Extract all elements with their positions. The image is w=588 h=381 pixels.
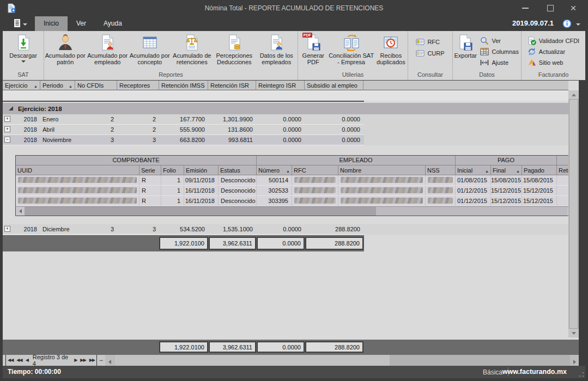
tiempo-label: Tiempo: 00:00:00 <box>8 368 61 376</box>
subcolumn-folio[interactable]: Folio <box>161 165 184 175</box>
minimize-button[interactable] <box>517 0 534 16</box>
cell-periodo: Abril <box>40 125 75 134</box>
row-collapse-button[interactable]: − <box>4 137 10 143</box>
table-row-enero[interactable]: +2018 Enero 2 2 167.7700 1,301.9900 0.00… <box>3 114 364 125</box>
subcolumn-nombre[interactable]: Nombre <box>338 165 426 175</box>
table-row-noviembre[interactable]: −2018 Noviembre 3 3 663.8200 993.6811 0.… <box>3 135 364 145</box>
ajuste-button[interactable]: Ajuste <box>478 58 521 67</box>
subcolumn-emision[interactable]: Emisión <box>184 165 219 175</box>
group-caption-datos: Datos <box>453 71 521 80</box>
cell-periodo: Enero <box>40 114 75 124</box>
info-icon[interactable] <box>562 19 572 28</box>
last-record-button[interactable] <box>88 355 97 366</box>
subcolumn-inicial[interactable]: Inicial <box>456 165 491 175</box>
cell-retencion-imss: 663.8200 <box>159 135 208 145</box>
column-header-ejercicio[interactable]: Ejercicio <box>3 81 40 90</box>
column-header-receptores[interactable]: Receptores <box>117 81 159 90</box>
acumulado-por-concepto-button[interactable]: Acumulado por concepto <box>129 33 171 65</box>
column-header-no-cfdis[interactable]: No CFDIs <box>75 81 117 90</box>
row-expand-button[interactable]: + <box>4 126 10 132</box>
vertical-scrollbar[interactable] <box>568 90 579 337</box>
tab-ayuda[interactable]: Ayuda <box>95 16 131 31</box>
scroll-down-button[interactable] <box>568 329 579 337</box>
group-row-ejercicio-2018[interactable]: Ejercicio: 2018 <box>3 103 568 114</box>
cell-final: 15/12/2015 <box>491 186 522 195</box>
tab-ver[interactable]: Ver <box>68 16 95 31</box>
first-record-button[interactable] <box>5 355 15 366</box>
rfc-button[interactable]: RFC <box>414 37 446 46</box>
row-expand-button[interactable]: + <box>4 226 10 232</box>
row-expand-button[interactable]: + <box>4 116 10 122</box>
website-link[interactable]: www.facturando.mx <box>502 368 567 376</box>
column-header-retencion-imss[interactable]: Retención IMSS <box>159 81 208 90</box>
close-button[interactable] <box>565 0 581 16</box>
collapse-navigator-button[interactable]: − <box>97 357 105 364</box>
subcolumn-rfc[interactable]: RFC <box>292 165 338 175</box>
tab-inicio[interactable]: Inicio <box>35 16 68 31</box>
scrollbar-thumb[interactable] <box>569 99 578 329</box>
subcolumn-uuid[interactable]: UUID <box>16 165 140 175</box>
ribbon-group-datos: Exportar Ver Columnas <box>453 31 522 80</box>
scroll-up-button[interactable] <box>568 90 579 99</box>
sitio-web-button[interactable]: Sitio web <box>525 58 581 67</box>
resize-grip[interactable] <box>579 372 584 377</box>
column-header-reintegro-isr[interactable]: Reintegro ISR <box>256 81 305 90</box>
next-record-button[interactable] <box>72 355 78 366</box>
cell-rfc-redacted <box>292 186 338 195</box>
descargar-button[interactable]: Descargar <box>7 33 40 63</box>
acumulado-de-retenciones-button[interactable]: Acumulado de retenciones <box>171 33 214 65</box>
subcolumn-serie[interactable]: Serie <box>140 165 161 175</box>
subtable-row[interactable]: R 1 09/11/2018 Desconocido 500114 01/08/… <box>16 175 576 186</box>
column-header-subsidio[interactable]: Subsidio al empleo <box>305 81 363 90</box>
subcolumn-final[interactable]: Final <box>491 165 522 175</box>
curp-button[interactable]: CURP <box>414 48 446 58</box>
scroll-left-button[interactable] <box>105 355 114 366</box>
cell-nss-redacted <box>426 196 456 206</box>
subcolumn-numero[interactable]: Número <box>257 165 292 175</box>
table-row-diciembre[interactable]: +2018 Diciembre 3 3 534.5200 1,535.1000 … <box>3 224 364 235</box>
ribbon-group-reportes: Acumulado por patrón Acumulado por emple… <box>44 31 298 80</box>
exportar-button[interactable]: Exportar <box>453 33 478 59</box>
subcolumn-pagado[interactable]: Pagado <box>522 165 557 175</box>
cell-subsidio: 288.8200 <box>305 224 363 234</box>
previous-record-button[interactable] <box>24 355 30 366</box>
acumulado-por-empleado-button[interactable]: Acumulado por empleado <box>87 33 129 65</box>
table-row-abril[interactable]: +2018 Abril 2 2 555.9000 131.8600 0.0000… <box>3 125 364 135</box>
bottom-horizontal-scrollbar[interactable] <box>105 355 579 366</box>
magnifier-icon <box>480 36 489 45</box>
scroll-right-button[interactable] <box>570 355 579 366</box>
subcolumn-nss[interactable]: NSS <box>426 165 456 175</box>
acumulado-por-patron-button[interactable]: Acumulado por patrón <box>44 33 87 65</box>
generar-pdf-button[interactable]: PDF Generar PDF <box>298 33 329 65</box>
cell-folio: 1 <box>161 175 184 185</box>
pdf-badge: PDF <box>302 33 312 38</box>
scrollbar-thumb[interactable] <box>25 207 376 216</box>
subtable-horizontal-scrollbar[interactable] <box>16 206 576 216</box>
subcolumn-estatus[interactable]: Estatus <box>219 165 257 175</box>
percepciones-deducciones-button[interactable]: Percepciones Deducciones <box>213 33 256 65</box>
cell-receptores: 3 <box>117 135 159 145</box>
recibos-duplicados-button[interactable]: Recibos duplicados <box>374 33 408 65</box>
ver-button[interactable]: Ver <box>478 36 521 45</box>
subtable-row[interactable]: R 1 16/11/2018 Desconocido 303395 01/12/… <box>16 196 576 206</box>
cell-numero: 500114 <box>257 175 292 185</box>
subtable-row[interactable]: R 1 16/11/2018 Desconocido 302533 01/12/… <box>16 186 576 196</box>
maximize-button[interactable] <box>542 0 559 16</box>
cell-retencion-imss: 555.9000 <box>159 125 208 134</box>
datos-empleados-button[interactable]: Datos de los empleados <box>256 33 298 65</box>
scrollbar-thumb[interactable] <box>114 355 390 366</box>
actualizar-button[interactable]: Actualizar <box>525 47 581 56</box>
column-header-periodo[interactable]: Periodo <box>40 81 75 90</box>
grand-totals-row: 1,922.0100 3,962.6311 0.0000 288.8200 <box>3 340 579 355</box>
next-page-button[interactable] <box>78 355 87 366</box>
column-header-retencion-isr[interactable]: Retención ISR <box>208 81 256 90</box>
main-menu-button[interactable] <box>13 19 27 30</box>
previous-page-button[interactable] <box>15 355 23 366</box>
columnas-button[interactable]: Columnas <box>478 47 521 56</box>
scrollbar-track[interactable] <box>376 207 567 216</box>
conciliacion-button[interactable]: Conciliación SAT - Empresa <box>329 33 374 65</box>
validador-cfdi-button[interactable]: Validador CFDI <box>525 36 581 45</box>
scroll-left-icon <box>19 209 22 213</box>
scroll-left-button[interactable] <box>16 207 25 216</box>
version-dropdown-caret[interactable] <box>576 23 580 26</box>
